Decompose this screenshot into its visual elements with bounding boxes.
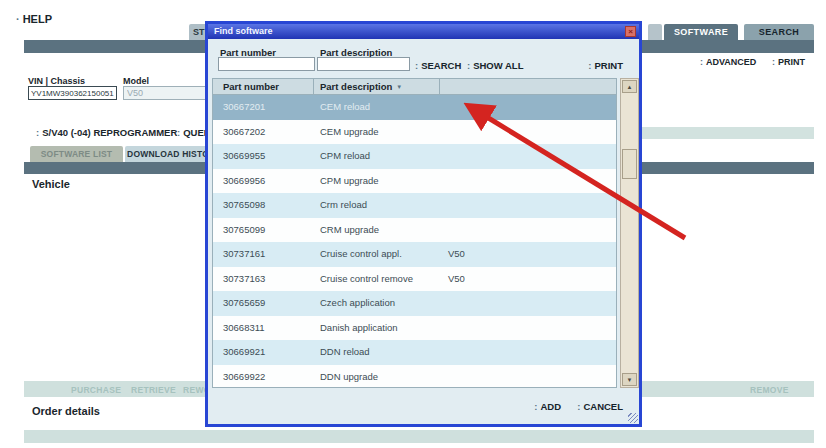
cell-part: 30765098 [213,193,313,218]
print-button-dialog[interactable]: :PRINT [588,60,623,71]
cell-model [440,169,616,194]
search-button[interactable]: :SEARCH [415,60,461,71]
tab-search[interactable]: SEARCH [744,24,814,40]
close-icon[interactable]: × [625,26,636,37]
sort-icon: ▼ [396,84,402,90]
cell-model [440,144,616,169]
table-header: Part number Part description▼ [213,79,616,95]
section-band-right [640,127,814,139]
table-row[interactable]: 30668311Danish application [213,316,616,341]
vin-input[interactable] [28,86,117,100]
order-details-heading: Order details [32,405,100,417]
table-row[interactable]: 30765659Czech application [213,291,616,316]
tab-software[interactable]: SOFTWARE [664,24,738,40]
dialog-title[interactable]: Find software [208,24,639,39]
cell-desc: CPM upgrade [313,169,440,194]
add-button[interactable]: :ADD [534,401,561,412]
cell-part: 30667201 [213,95,313,120]
table-row[interactable]: 30765098Crm reload [213,193,616,218]
cell-model [440,365,616,388]
table-row[interactable]: 30765099CRM upgrade [213,218,616,243]
cell-desc: CEM reload [313,95,440,120]
table-row[interactable]: 30737161Cruise control appl.V50 [213,242,616,267]
cell-part: 30668311 [213,316,313,341]
vin-chassis-label: VIN | Chassis [28,76,85,86]
column-header-empty [439,79,616,95]
print-button-page[interactable]: :PRINT [772,57,805,67]
vehicle-heading: Vehicle [32,178,70,190]
cell-part: 30765659 [213,291,313,316]
remove-button[interactable]: REMOVE [750,385,789,395]
tab-software-list[interactable]: SOFTWARE LIST [30,146,123,163]
cell-desc: DDN reload [313,340,440,365]
cancel-button[interactable]: :CANCEL [577,401,623,412]
table-row[interactable]: 30667202CEM upgrade [213,120,616,145]
scroll-down-icon[interactable]: ▼ [622,373,637,386]
cell-model [440,193,616,218]
cell-model [440,316,616,341]
resize-handle-icon[interactable] [628,413,638,423]
scroll-up-icon[interactable]: ▲ [622,80,637,93]
cell-part: 30669922 [213,365,313,388]
cell-part: 30667202 [213,120,313,145]
cell-part: 30737163 [213,267,313,292]
cell-part: 30669921 [213,340,313,365]
cell-part: 30669955 [213,144,313,169]
cell-desc: Danish application [313,316,440,341]
dialog-table-body: 30667201CEM reload30667202CEM upgrade306… [213,95,616,387]
cell-desc: DDN upgrade [313,365,440,388]
cell-desc: CPM reload [313,144,440,169]
model-label: Model [123,76,149,86]
cell-model [440,340,616,365]
column-header-part-number[interactable]: Part number [213,79,313,95]
table-scrollbar[interactable]: ▲ ▼ [620,78,639,388]
cell-model: V50 [440,242,616,267]
cell-desc: Cruise control remove [313,267,440,292]
table-row[interactable]: 30669955CPM reload [213,144,616,169]
table-row[interactable]: 30669956CPM upgrade [213,169,616,194]
cell-part: 30669956 [213,169,313,194]
footer-band [24,430,814,443]
help-link[interactable]: ·HELP [16,13,52,25]
cell-desc: CEM upgrade [313,120,440,145]
cell-model [440,218,616,243]
table-row[interactable]: 30667201CEM reload [213,95,616,120]
advanced-button[interactable]: :ADVANCED [700,57,756,67]
cell-model [440,291,616,316]
cell-model [440,95,616,120]
table-row[interactable]: 30669921DDN reload [213,340,616,365]
software-table: Part number Part description▼ 30667201CE… [212,78,617,388]
cell-model: V50 [440,267,616,292]
scrollbar-thumb[interactable] [622,149,637,179]
column-header-part-description[interactable]: Part description▼ [313,79,439,95]
table-row[interactable]: 30669922DDN upgrade [213,365,616,388]
cell-desc: Crm reload [313,193,440,218]
cell-desc: CRM upgrade [313,218,440,243]
part-description-input[interactable] [317,57,410,71]
cell-part: 30737161 [213,242,313,267]
model-input[interactable] [123,86,207,100]
part-number-input[interactable] [218,57,315,71]
find-software-dialog: Find software × Part number Part descrip… [205,21,642,427]
show-all-button[interactable]: :SHOW ALL [467,60,523,71]
retrieve-button[interactable]: RETRIEVE [131,385,176,395]
cell-model [440,120,616,145]
purchase-button[interactable]: PURCHASE [71,385,121,395]
app-window: ·HELP ST SOFTWARE SEARCH :ADVANCED :PRIN… [0,0,826,448]
cell-desc: Cruise control appl. [313,242,440,267]
cell-desc: Czech application [313,291,440,316]
bullet-icon: · [16,13,20,25]
table-row[interactable]: 30737163Cruise control removeV50 [213,267,616,292]
reprogrammer-button[interactable]: :S/V40 (-04) REPROGRAMMER [36,127,177,138]
tab-fragment [648,24,662,40]
cell-part: 30765099 [213,218,313,243]
help-label: HELP [23,13,52,25]
